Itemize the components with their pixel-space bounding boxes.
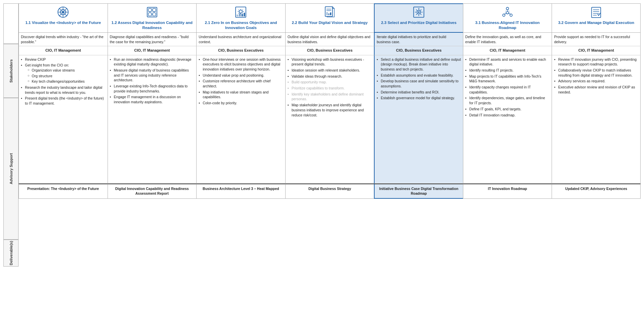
svg-point-30	[418, 11, 420, 13]
svg-rect-27	[330, 12, 331, 15]
col-stakeholder-5: CIO, Business Executives	[374, 46, 463, 55]
col-icon-2	[108, 3, 197, 19]
col-title-5: 2.3 Select and Prioritize Digital Initia…	[374, 19, 463, 33]
col-desc-3: Understand business architecture and org…	[196, 33, 285, 46]
row-label-advisory-support: Advisory Support	[3, 98, 19, 240]
svg-rect-40	[592, 7, 601, 18]
svg-rect-19	[239, 13, 241, 16]
col-activities-5: •Select a digital business initiative an…	[374, 55, 463, 184]
cols-wrapper: 1.1 Visualize the <Industry> of the Futu…	[19, 3, 641, 267]
svg-rect-11	[153, 12, 156, 16]
row-label-stakeholders: Stakeholders	[3, 44, 19, 98]
col-desc-5: Iterate digital initiatives to prioritiz…	[374, 33, 463, 46]
col-desc-6: Define the innovation goals, as well as …	[463, 33, 552, 46]
col-activities-6: •Determine IT assets and services to ena…	[463, 55, 552, 184]
col-title-2: 1.2 Assess Digital Innovation Capability…	[108, 19, 197, 33]
stake-row: CIO, IT ManagementCIO, IT ManagementCIO,…	[19, 46, 641, 55]
col-desc-4: Outline digital vision and define digita…	[285, 33, 374, 46]
icons-row	[19, 3, 641, 19]
col-deliverable-3: Business Architecture Level 3 – Heat Map…	[196, 184, 285, 199]
layout-wrapper: StakeholdersAdvisory SupportDeliverable(…	[3, 3, 641, 267]
svg-rect-25	[326, 12, 328, 15]
svg-rect-21	[244, 12, 245, 16]
row-labels: StakeholdersAdvisory SupportDeliverable(…	[3, 3, 19, 267]
titles-row: 1.1 Visualize the <Industry> of the Futu…	[19, 19, 641, 33]
col-icon-4	[285, 3, 374, 19]
svg-point-34	[506, 11, 509, 14]
col-stakeholder-3: CIO, Business Executives	[196, 46, 285, 55]
col-title-7: 3.2 Govern and Manage Digital Execution	[552, 19, 641, 33]
col-icon-6	[463, 3, 552, 19]
activities-row: •Review CKIP•Get insight from the CIO on…	[19, 55, 641, 184]
col-title-3: 2.1 Zero In on Business Objectives and I…	[196, 19, 285, 33]
col-title-1: 1.1 Visualize the <Industry> of the Futu…	[19, 19, 108, 33]
col-deliverable-7: Updated CKIP, Advisory Experiences	[552, 184, 641, 199]
col-deliverable-2: Digital Innovation Capability and Readin…	[108, 184, 197, 199]
deliverables-row: Presentation: The <Industry> of the Futu…	[19, 184, 641, 199]
col-desc-7: Provide support as needed to IT for a su…	[552, 33, 641, 46]
col-stakeholder-1: CIO, IT Management	[19, 46, 108, 55]
svg-rect-26	[328, 13, 329, 15]
row-label-deliverable-s-: Deliverable(s)	[3, 240, 19, 267]
col-icon-7	[552, 3, 641, 19]
svg-rect-10	[148, 12, 151, 16]
svg-point-17	[239, 10, 242, 13]
col-stakeholder-6: CIO, IT Management	[463, 46, 552, 55]
col-stakeholder-4: CIO, Business Executives	[285, 46, 374, 55]
col-icon-3	[196, 3, 285, 19]
col-icon-1	[19, 3, 108, 19]
col-desc-2: Diagnose digital capabilities and readin…	[108, 33, 197, 46]
col-deliverable-4: Digital Business Strategy	[285, 184, 374, 199]
col-deliverable-6: IT Innovation Roadmap	[463, 184, 552, 199]
page-container: StakeholdersAdvisory SupportDeliverable(…	[0, 0, 644, 329]
col-stakeholder-7: CIO, IT Management	[552, 46, 641, 55]
svg-rect-18	[237, 15, 238, 16]
svg-rect-9	[153, 8, 156, 11]
col-title-6: 3.1 Business-Aligned IT Innovation Roadm…	[463, 19, 552, 33]
desc-row: Discover digital trends within industry …	[19, 33, 641, 46]
col-activities-7: •Review IT innovation journey with CIO, …	[552, 55, 641, 184]
col-title-4: 2.2 Build Your Digital Vision and Strate…	[285, 19, 374, 33]
col-activities-2: •Run an innovation readiness diagnostic …	[108, 55, 197, 184]
col-activities-3: •One-hour interviews or one session with…	[196, 55, 285, 184]
col-deliverable-5: Initiative Business Case Digital Transfo…	[374, 184, 463, 199]
col-deliverable-1: Presentation: The <Industry> of the Futu…	[19, 184, 108, 199]
svg-rect-20	[241, 14, 243, 16]
svg-rect-8	[148, 8, 151, 11]
col-stakeholder-2: CIO, IT Management	[108, 46, 197, 55]
col-desc-1: Discover digital trends within industry …	[19, 33, 108, 46]
col-icon-5	[374, 3, 463, 19]
col-activities-1: •Review CKIP•Get insight from the CIO on…	[19, 55, 108, 184]
col-activities-4: •Visioning workshop with business execut…	[285, 55, 374, 184]
